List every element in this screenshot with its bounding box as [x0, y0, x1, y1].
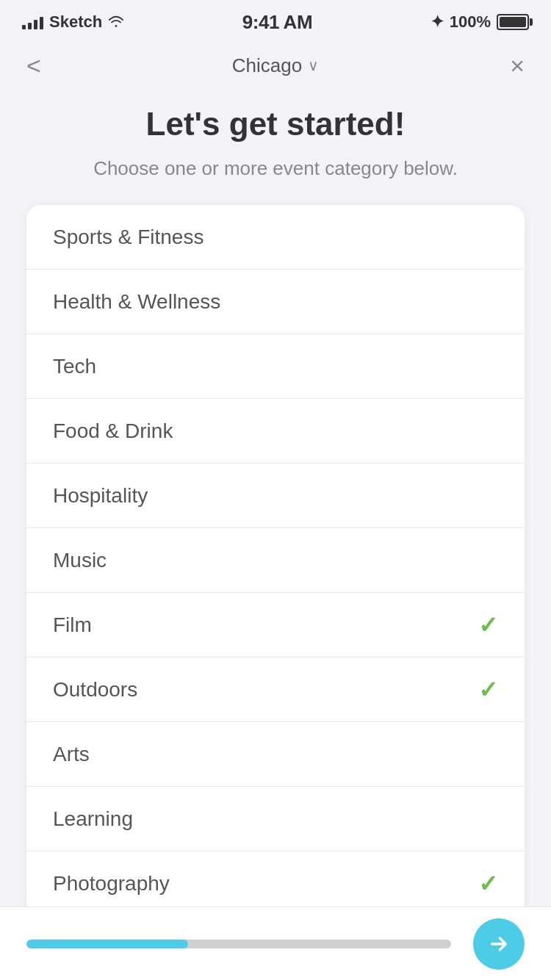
category-label-learning: Learning — [53, 807, 133, 831]
chevron-down-icon: ∨ — [308, 57, 319, 74]
category-label-tech: Tech — [53, 355, 96, 378]
status-right: ✦ 100% — [431, 12, 529, 32]
category-label-outdoors: Outdoors — [53, 678, 137, 702]
status-bar: Sketch 9:41 AM ✦ 100% — [0, 0, 551, 40]
category-label-photography: Photography — [53, 872, 170, 896]
category-item-food-drink[interactable]: Food & Drink — [26, 399, 525, 464]
location-selector[interactable]: Chicago ∨ — [232, 54, 319, 77]
progress-track — [26, 940, 451, 948]
bottom-bar — [0, 907, 551, 980]
check-icon-photography: ✓ — [478, 870, 498, 898]
category-item-sports-fitness[interactable]: Sports & Fitness — [26, 205, 525, 270]
category-label-music: Music — [53, 549, 107, 572]
signal-icon — [22, 15, 43, 29]
battery-icon — [497, 14, 529, 30]
header: Let's get started! Choose one or more ev… — [0, 91, 551, 205]
category-label-film: Film — [53, 613, 92, 637]
battery-percent: 100% — [450, 12, 491, 32]
status-time: 9:41 AM — [242, 11, 312, 34]
progress-fill — [26, 940, 188, 948]
category-item-arts[interactable]: Arts — [26, 722, 525, 787]
category-label-hospitality: Hospitality — [53, 484, 148, 508]
category-item-music[interactable]: Music — [26, 528, 525, 593]
page-title: Let's get started! — [44, 106, 507, 143]
back-button[interactable]: < — [26, 53, 41, 78]
category-label-health-wellness: Health & Wellness — [53, 290, 220, 314]
status-left: Sketch — [22, 12, 124, 32]
close-button[interactable]: × — [510, 53, 525, 78]
category-list: Sports & FitnessHealth & WellnessTechFoo… — [26, 205, 525, 916]
category-item-learning[interactable]: Learning — [26, 787, 525, 851]
category-item-hospitality[interactable]: Hospitality — [26, 464, 525, 528]
bluetooth-icon: ✦ — [431, 12, 444, 32]
next-button[interactable] — [473, 918, 525, 970]
category-item-tech[interactable]: Tech — [26, 334, 525, 399]
category-item-film[interactable]: Film✓ — [26, 593, 525, 657]
carrier-name: Sketch — [49, 12, 102, 32]
city-name: Chicago — [232, 54, 302, 77]
page-subtitle: Choose one or more event category below. — [44, 154, 507, 183]
nav-bar: < Chicago ∨ × — [0, 40, 551, 91]
category-item-health-wellness[interactable]: Health & Wellness — [26, 270, 525, 334]
wifi-icon — [108, 12, 124, 32]
category-label-sports-fitness: Sports & Fitness — [53, 226, 204, 249]
category-label-food-drink: Food & Drink — [53, 419, 173, 443]
arrow-right-icon — [487, 932, 511, 956]
category-label-arts: Arts — [53, 743, 90, 766]
check-icon-film: ✓ — [478, 611, 498, 639]
category-item-outdoors[interactable]: Outdoors✓ — [26, 657, 525, 722]
check-icon-outdoors: ✓ — [478, 676, 498, 704]
